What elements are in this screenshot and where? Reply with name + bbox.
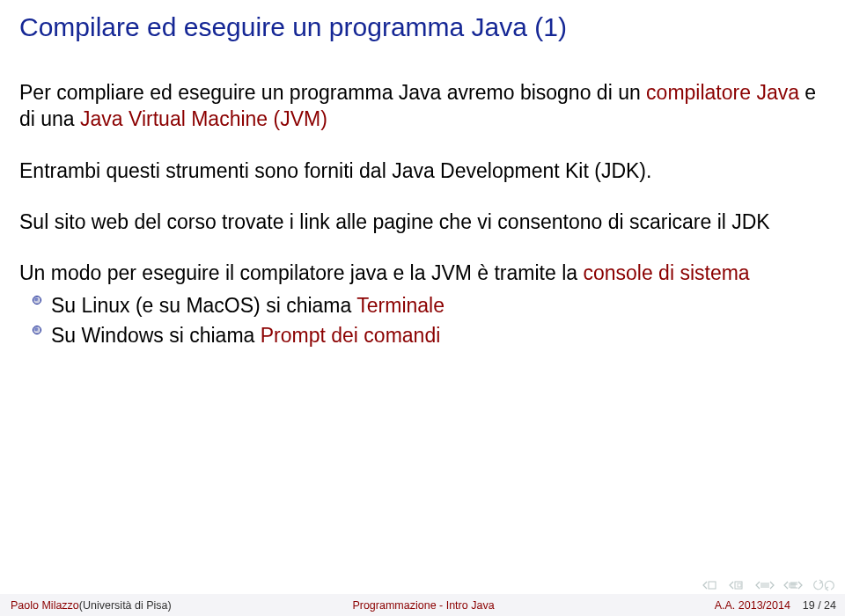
nav-controls — [702, 579, 836, 591]
accent-text: compilatore Java — [646, 81, 799, 104]
paragraph-3: Sul sito web del corso trovate i link al… — [19, 209, 826, 235]
footer-center: Programmazione - Intro Java — [286, 594, 562, 616]
nav-refresh-icon[interactable] — [812, 579, 836, 591]
footer-affiliation: (Università di Pisa) — [79, 599, 172, 612]
accent-text: Terminale — [356, 294, 445, 317]
svg-point-2 — [34, 297, 38, 301]
text: Per compliare ed eseguire un programma J… — [19, 81, 646, 104]
nav-back-icon[interactable] — [755, 580, 775, 590]
bullet-icon — [32, 295, 42, 305]
accent-text: console di sistema — [583, 261, 749, 284]
footer-left: Paolo Milazzo (Università di Pisa) — [0, 594, 286, 616]
paragraph-2: Entrambi questi strumenti sono forniti d… — [19, 158, 826, 184]
footer-author: Paolo Milazzo — [11, 599, 79, 612]
footer-title: Programmazione - Intro Java — [352, 599, 494, 612]
slide-title: Compilare ed eseguire un programma Java … — [19, 12, 567, 42]
footer-page: 19 / 24 — [803, 599, 836, 612]
nav-first-icon[interactable] — [702, 580, 720, 590]
nav-prev-icon[interactable] — [729, 580, 746, 590]
slide-body: Per compliare ed eseguire un programma J… — [19, 79, 826, 353]
nav-forward-icon[interactable] — [783, 580, 803, 590]
bullet-list: Su Linux (e su MacOS) si chiama Terminal… — [19, 292, 826, 349]
list-item: Su Windows si chiama Prompt dei comandi — [19, 322, 826, 348]
slide: Compilare ed eseguire un programma Java … — [0, 0, 845, 616]
footer-year: A.A. 2013/2014 — [715, 599, 790, 612]
list-item: Su Linux (e su MacOS) si chiama Terminal… — [19, 292, 826, 319]
svg-rect-6 — [709, 582, 716, 589]
accent-text: Prompt dei comandi — [261, 324, 441, 347]
accent-text: Java Virtual Machine (JVM) — [80, 107, 327, 130]
paragraph-1: Per compliare ed eseguire un programma J… — [19, 79, 826, 133]
footer-right: A.A. 2013/2014 19 / 24 — [561, 594, 845, 616]
svg-point-5 — [34, 327, 38, 331]
text: Un modo per eseguire il compilatore java… — [19, 261, 583, 284]
text: Su Linux (e su MacOS) si chiama — [51, 294, 356, 317]
footer: Paolo Milazzo (Università di Pisa) Progr… — [0, 594, 845, 616]
paragraph-4: Un modo per eseguire il compilatore java… — [19, 260, 826, 286]
svg-rect-8 — [738, 583, 741, 587]
text: Su Windows si chiama — [51, 324, 261, 347]
bullet-icon — [32, 325, 42, 335]
